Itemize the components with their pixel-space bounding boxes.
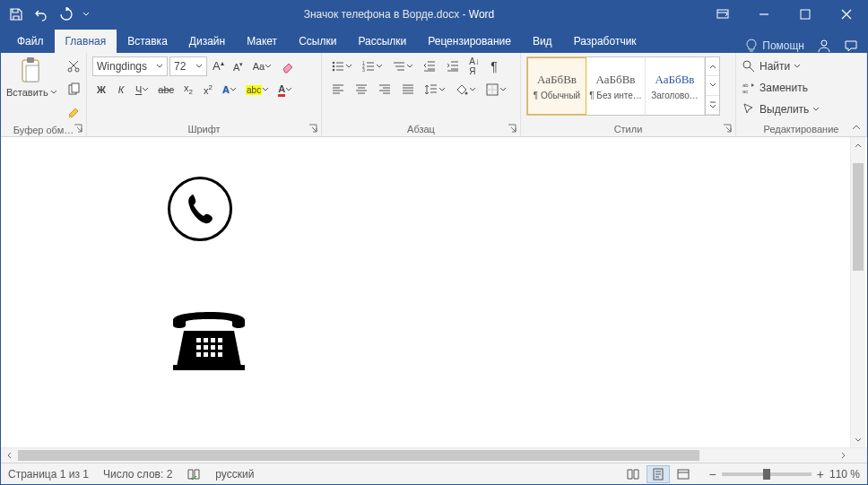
document-area[interactable] <box>1 137 867 447</box>
dialog-launcher-icon[interactable] <box>73 123 83 134</box>
zoom-out-button[interactable]: − <box>709 467 716 481</box>
status-language[interactable]: русский <box>215 468 254 481</box>
tab-mailings[interactable]: Рассылки <box>347 30 417 53</box>
align-right-button[interactable] <box>374 80 395 100</box>
style-heading1[interactable]: АаБбВв Заголово… <box>646 57 705 115</box>
dialog-launcher-icon[interactable] <box>308 123 318 134</box>
tab-review[interactable]: Рецензирование <box>417 30 522 53</box>
comments-button[interactable] <box>844 39 858 53</box>
underline-button[interactable]: Ч <box>132 80 152 100</box>
align-left-button[interactable] <box>327 80 349 100</box>
numbering-button[interactable]: 123 <box>358 56 386 76</box>
ribbon-options-button[interactable] <box>702 1 743 28</box>
style-normal[interactable]: АаБбВв ¶ Обычный <box>527 57 586 115</box>
scroll-left-button[interactable] <box>1 448 16 463</box>
zoom-value[interactable]: 110 % <box>829 468 860 481</box>
close-button[interactable] <box>826 1 867 28</box>
tell-me-box[interactable]: Помощн <box>744 39 804 53</box>
styles-scroll[interactable] <box>705 57 719 115</box>
chevron-right-icon <box>839 451 848 460</box>
bullets-button[interactable] <box>327 56 356 76</box>
titlebar: Значок телефона в Ворде.docx - Word <box>1 1 867 28</box>
font-name-combo[interactable]: Wingdings <box>92 56 168 76</box>
style-no-spacing[interactable]: АаБбВв ¶ Без инте… <box>586 57 646 115</box>
shading-button[interactable] <box>451 80 480 100</box>
sort-button[interactable]: А↓Я <box>465 56 483 76</box>
qat-customize-button[interactable] <box>80 3 92 26</box>
tab-references[interactable]: Ссылки <box>288 30 347 53</box>
scroll-track[interactable] <box>851 152 865 432</box>
styles-more[interactable] <box>706 96 719 115</box>
styles-gallery[interactable]: АаБбВв ¶ Обычный АаБбВв ¶ Без инте… АаБб… <box>526 56 720 116</box>
italic-button[interactable]: К <box>112 80 130 100</box>
show-marks-button[interactable]: ¶ <box>485 56 503 76</box>
font-color-button[interactable]: A <box>274 80 296 100</box>
status-words[interactable]: Число слов: 2 <box>103 468 172 481</box>
cut-button[interactable] <box>63 56 84 76</box>
status-proofing[interactable] <box>187 467 201 481</box>
change-case-button[interactable]: Aa <box>249 56 275 76</box>
find-button[interactable]: Найти <box>742 56 801 76</box>
tab-insert[interactable]: Вставка <box>117 30 178 53</box>
read-mode-button[interactable] <box>621 465 645 483</box>
zoom-in-button[interactable]: + <box>817 467 824 481</box>
scroll-right-button[interactable] <box>836 448 851 463</box>
zoom-slider[interactable] <box>722 472 812 476</box>
tab-layout[interactable]: Макет <box>236 30 288 53</box>
grow-font-button[interactable]: A▴ <box>209 56 228 76</box>
scroll-thumb[interactable] <box>853 163 864 271</box>
hscroll-thumb[interactable] <box>18 450 699 461</box>
brush-icon <box>66 106 81 120</box>
undo-button[interactable] <box>30 3 53 26</box>
replace-button[interactable]: abac Заменить <box>742 78 808 98</box>
dialog-launcher-icon[interactable] <box>722 123 733 134</box>
scroll-down-button[interactable] <box>851 432 865 447</box>
collapse-ribbon-button[interactable] <box>851 122 862 133</box>
zoom-knob[interactable] <box>763 469 770 480</box>
vertical-scrollbar[interactable] <box>850 137 865 447</box>
text-effects-button[interactable]: A <box>219 80 240 100</box>
styles-up[interactable] <box>706 57 719 76</box>
superscript-button[interactable]: x2 <box>199 80 217 100</box>
account-button[interactable] <box>817 39 831 53</box>
hscroll-track[interactable] <box>16 450 836 461</box>
multilevel-list-button[interactable] <box>388 56 417 76</box>
clear-formatting-button[interactable] <box>277 56 299 76</box>
bold-button[interactable]: Ж <box>92 80 110 100</box>
copy-button[interactable] <box>63 80 84 100</box>
maximize-button[interactable] <box>785 1 826 28</box>
paste-button[interactable]: Вставить <box>6 56 57 98</box>
select-button[interactable]: Выделить <box>742 100 820 119</box>
decrease-indent-button[interactable] <box>419 56 440 76</box>
status-page[interactable]: Страница 1 из 1 <box>8 468 89 481</box>
web-layout-button[interactable] <box>672 465 695 483</box>
increase-indent-button[interactable] <box>442 56 464 76</box>
shrink-font-button[interactable]: A▾ <box>230 56 247 76</box>
font-size-combo[interactable]: 72 <box>169 56 207 76</box>
align-center-button[interactable] <box>351 80 372 100</box>
numbering-icon: 123 <box>361 59 376 74</box>
page[interactable] <box>53 137 833 447</box>
italic-icon: К <box>118 84 124 95</box>
strikethrough-button[interactable]: abc <box>154 80 178 100</box>
tab-developer[interactable]: Разработчик <box>563 30 647 53</box>
save-button[interactable] <box>4 3 28 26</box>
format-painter-button[interactable] <box>63 103 84 123</box>
redo-button[interactable] <box>55 3 78 26</box>
justify-button[interactable] <box>397 80 419 100</box>
print-layout-button[interactable] <box>647 465 670 483</box>
horizontal-scrollbar[interactable] <box>1 447 867 463</box>
borders-button[interactable] <box>482 80 510 100</box>
styles-down[interactable] <box>706 76 719 95</box>
dialog-launcher-icon[interactable] <box>507 123 517 134</box>
subscript-button[interactable]: x2 <box>179 80 197 100</box>
line-spacing-button[interactable] <box>421 80 449 100</box>
scroll-up-button[interactable] <box>851 137 865 152</box>
glyph-phone-in-circle <box>168 177 232 241</box>
highlight-button[interactable]: abc <box>242 80 273 100</box>
minimize-button[interactable] <box>743 1 785 28</box>
tab-file[interactable]: Файл <box>6 30 55 53</box>
tab-design[interactable]: Дизайн <box>178 30 236 53</box>
tab-view[interactable]: Вид <box>522 30 563 53</box>
tab-home[interactable]: Главная <box>55 30 117 53</box>
